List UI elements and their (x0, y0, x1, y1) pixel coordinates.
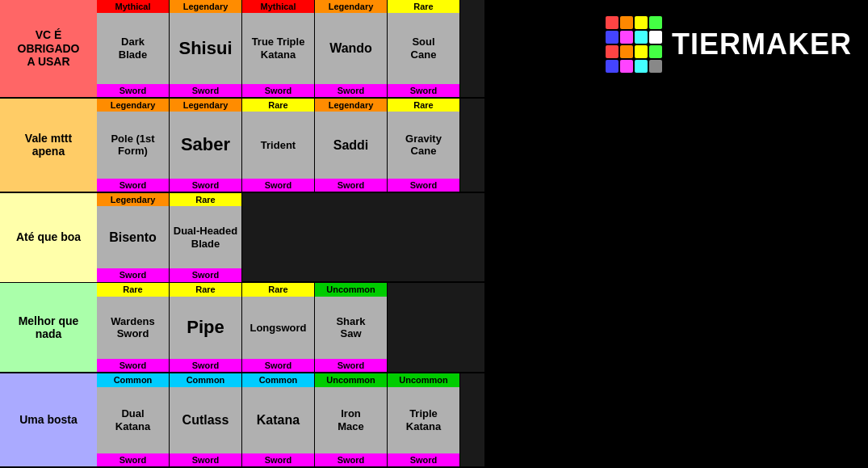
item-name-uma-bosta-0: DualKatana (97, 387, 169, 453)
item-card-vc-obrigado-1: LegendaryShisuiSword (170, 0, 242, 97)
tier-label-ate-que-boa: Até que boa (0, 193, 97, 282)
item-name-melhor-que-nada-3: SharkSaw (315, 297, 387, 359)
logo-cell (635, 60, 648, 73)
main-container: VC ÉOBRIGADOA USARMythicalDarkBladeSword… (0, 0, 868, 468)
tier-label-vale-mttt: Vale mtttapena (0, 99, 97, 192)
item-rarity-vale-mttt-4: Rare (388, 99, 459, 112)
item-card-vale-mttt-3: LegendarySaddiSword (315, 99, 388, 192)
item-card-melhor-que-nada-1: RarePipeSword (170, 283, 242, 372)
item-card-uma-bosta-2: CommonKatanaSword (242, 373, 315, 466)
tier-list: VC ÉOBRIGADOA USARMythicalDarkBladeSword… (0, 0, 484, 468)
item-rarity-melhor-que-nada-0: Rare (97, 283, 169, 296)
item-rarity-vc-obrigado-3: Legendary (315, 0, 387, 13)
item-rarity-vale-mttt-0: Legendary (97, 99, 169, 112)
item-name-vale-mttt-0: Pole (1stForm) (97, 112, 169, 178)
item-type-vc-obrigado-1: Sword (170, 84, 241, 97)
item-card-melhor-que-nada-3: UncommonSharkSawSword (315, 283, 388, 372)
item-name-uma-bosta-1: Cutlass (170, 387, 241, 453)
item-type-vc-obrigado-3: Sword (315, 84, 387, 97)
item-name-melhor-que-nada-0: WardensSword (97, 297, 169, 359)
logo-cell (635, 31, 648, 44)
item-type-melhor-que-nada-1: Sword (170, 359, 241, 372)
item-name-ate-que-boa-1: Dual-HeadedBlade (170, 206, 241, 268)
item-name-melhor-que-nada-2: Longsword (242, 297, 314, 359)
item-type-ate-que-boa-0: Sword (97, 268, 169, 281)
item-type-melhor-que-nada-3: Sword (315, 359, 387, 372)
logo-cell (649, 16, 662, 29)
item-name-uma-bosta-2: Katana (242, 387, 314, 453)
tier-label-melhor-que-nada: Melhor quenada (0, 283, 97, 372)
item-name-vc-obrigado-4: SoulCane (388, 13, 459, 83)
item-rarity-vale-mttt-2: Rare (242, 99, 314, 112)
item-card-vale-mttt-4: RareGravityCaneSword (388, 99, 460, 192)
item-card-ate-que-boa-0: LegendaryBisentoSword (97, 193, 170, 282)
item-card-vc-obrigado-2: MythicalTrue TripleKatanaSword (242, 0, 315, 97)
item-rarity-melhor-que-nada-2: Rare (242, 283, 314, 296)
tier-label-uma-bosta: Uma bosta (0, 373, 97, 466)
item-type-uma-bosta-1: Sword (170, 453, 241, 466)
item-type-vc-obrigado-4: Sword (388, 84, 459, 97)
item-card-vc-obrigado-4: RareSoulCaneSword (388, 0, 460, 97)
logo-cell (606, 60, 619, 73)
tier-row-ate-que-boa: Até que boaLegendaryBisentoSwordRareDual… (0, 193, 484, 284)
item-rarity-ate-que-boa-0: Legendary (97, 193, 169, 206)
logo-cell (620, 60, 633, 73)
item-name-vc-obrigado-1: Shisui (170, 13, 241, 83)
item-card-ate-que-boa-1: RareDual-HeadedBladeSword (170, 193, 242, 282)
tier-label-vc-obrigado: VC ÉOBRIGADOA USAR (0, 0, 97, 97)
item-card-vc-obrigado-3: LegendaryWandoSword (315, 0, 388, 97)
logo-cell (606, 31, 619, 44)
item-rarity-uma-bosta-1: Common (170, 373, 241, 386)
item-rarity-vale-mttt-3: Legendary (315, 99, 387, 112)
item-rarity-vc-obrigado-0: Mythical (97, 0, 169, 13)
item-card-melhor-que-nada-2: RareLongswordSword (242, 283, 315, 372)
tier-row-melhor-que-nada: Melhor quenadaRareWardensSwordSwordRareP… (0, 283, 484, 373)
item-type-uma-bosta-3: Sword (315, 453, 387, 466)
item-name-vc-obrigado-0: DarkBlade (97, 13, 169, 83)
item-card-melhor-que-nada-0: RareWardensSwordSword (97, 283, 170, 372)
item-card-uma-bosta-1: CommonCutlassSword (170, 373, 242, 466)
item-type-vale-mttt-0: Sword (97, 179, 169, 192)
item-rarity-uma-bosta-2: Common (242, 373, 314, 386)
item-type-vc-obrigado-2: Sword (242, 84, 314, 97)
item-rarity-melhor-que-nada-3: Uncommon (315, 283, 387, 296)
right-panel: TierMaker (484, 0, 868, 468)
item-rarity-vc-obrigado-2: Mythical (242, 0, 314, 13)
tier-row-vale-mttt: Vale mtttapenaLegendaryPole (1stForm)Swo… (0, 99, 484, 193)
logo-cell (649, 31, 662, 44)
item-card-vale-mttt-1: LegendarySaberSword (170, 99, 242, 192)
logo-cell (606, 45, 619, 58)
tier-items-ate-que-boa: LegendaryBisentoSwordRareDual-HeadedBlad… (97, 193, 484, 282)
item-name-ate-que-boa-0: Bisento (97, 206, 169, 268)
logo-cell (620, 16, 633, 29)
item-type-melhor-que-nada-2: Sword (242, 359, 314, 372)
item-card-vale-mttt-0: LegendaryPole (1stForm)Sword (97, 99, 170, 192)
item-name-uma-bosta-3: IronMace (315, 387, 387, 453)
logo-cell (649, 60, 662, 73)
item-rarity-melhor-que-nada-1: Rare (170, 283, 241, 296)
item-rarity-uma-bosta-3: Uncommon (315, 373, 387, 386)
item-type-vale-mttt-3: Sword (315, 179, 387, 192)
tier-items-vc-obrigado: MythicalDarkBladeSwordLegendaryShisuiSwo… (97, 0, 484, 97)
item-card-uma-bosta-4: UncommonTripleKatanaSword (388, 373, 460, 466)
item-type-melhor-que-nada-0: Sword (97, 359, 169, 372)
item-type-uma-bosta-2: Sword (242, 453, 314, 466)
item-rarity-vc-obrigado-4: Rare (388, 0, 459, 13)
item-type-vale-mttt-4: Sword (388, 179, 459, 192)
item-name-vale-mttt-1: Saber (170, 112, 241, 178)
logo-grid (606, 16, 662, 73)
tier-items-uma-bosta: CommonDualKatanaSwordCommonCutlassSwordC… (97, 373, 484, 466)
item-card-vc-obrigado-0: MythicalDarkBladeSword (97, 0, 170, 97)
item-rarity-vc-obrigado-1: Legendary (170, 0, 241, 13)
item-rarity-uma-bosta-4: Uncommon (388, 373, 459, 386)
tier-row-uma-bosta: Uma bostaCommonDualKatanaSwordCommonCutl… (0, 373, 484, 468)
tier-items-vale-mttt: LegendaryPole (1stForm)SwordLegendarySab… (97, 99, 484, 192)
item-card-vale-mttt-2: RareTridentSword (242, 99, 315, 192)
item-rarity-uma-bosta-0: Common (97, 373, 169, 386)
item-type-uma-bosta-4: Sword (388, 453, 459, 466)
logo-area: TierMaker (606, 16, 852, 73)
logo-text: TierMaker (672, 27, 852, 61)
item-name-vale-mttt-3: Saddi (315, 112, 387, 178)
tier-row-vc-obrigado: VC ÉOBRIGADOA USARMythicalDarkBladeSword… (0, 0, 484, 99)
item-type-vc-obrigado-0: Sword (97, 84, 169, 97)
